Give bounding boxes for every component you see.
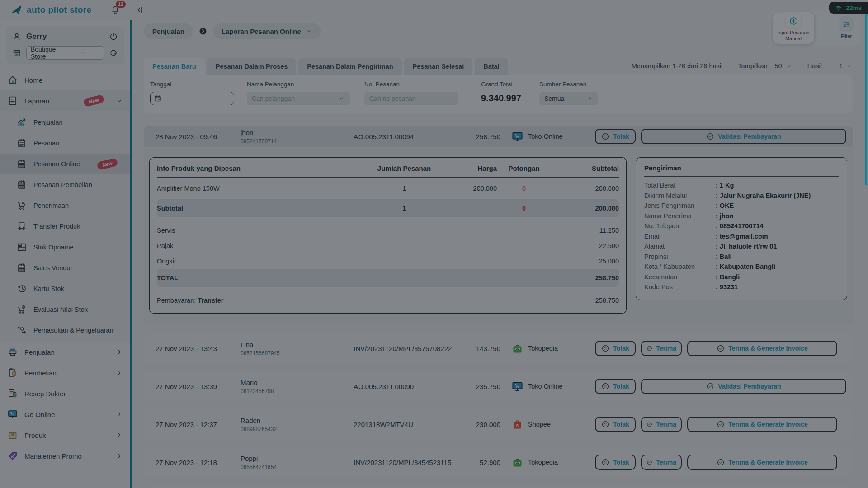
store-selector-value: Boutique Store xyxy=(31,46,64,60)
page-scrollbar-thumb[interactable] xyxy=(865,14,867,185)
sidebar-item-label: Manajemen Promo xyxy=(24,452,82,460)
terima-button[interactable]: Terima xyxy=(641,341,682,356)
plus-circle-icon xyxy=(786,14,801,28)
sidebar-item-pesanan[interactable]: Pesanan xyxy=(0,133,130,154)
shopee-icon: S xyxy=(511,418,524,431)
power-logout-icon[interactable] xyxy=(108,32,118,42)
customer-name: jhon xyxy=(241,129,354,136)
sidebar-item-pembelian[interactable]: Pembelian xyxy=(0,362,130,383)
chevron-right-icon xyxy=(116,452,123,460)
order-row[interactable]: 27 Nov 2023 - 12:18Poppi085564741654INV/… xyxy=(144,447,853,477)
tolak-button[interactable]: Tolak xyxy=(595,455,636,470)
validasi-button[interactable]: Validasi Pembayaran xyxy=(641,379,846,394)
order-detail: Info Produk yang DipesanJumlah PesananHa… xyxy=(144,147,853,325)
sidebar-menu: HomeLaporanNewPenjualanPesananPesanan On… xyxy=(0,70,130,466)
sidebar-item-penjualan[interactable]: Penjualan xyxy=(0,112,130,133)
page-number-dropdown[interactable]: 1 xyxy=(839,62,853,70)
order-row[interactable]: 27 Nov 2023 - 13:43Lina0852156687945INV/… xyxy=(144,333,853,363)
sidebar-item-go-online[interactable]: Go Online xyxy=(0,404,130,425)
notification-count-badge: 12 xyxy=(116,1,126,8)
total-row: TOTAL258.750 xyxy=(157,269,619,287)
sidebar-item-transfer-produk[interactable]: Transfer Produk xyxy=(0,216,130,237)
tanggal-input[interactable] xyxy=(150,92,234,105)
sidebar-item-stok-opname[interactable]: Stok Opname xyxy=(0,237,130,258)
order-source-label: Toko Online xyxy=(528,133,563,140)
shipping-row: Total Berat: 1 Kg xyxy=(644,180,839,191)
sumber-pesanan-select[interactable]: Semua xyxy=(539,92,598,105)
tab-pesanan-dalam-pengiriman[interactable]: Pesanan Dalam Pengiriman xyxy=(298,58,401,75)
breadcrumb-laporan-pesanan-online[interactable]: Laporan Pesanan Online xyxy=(213,23,321,39)
invoice-button[interactable]: Terima & Generate Invoice xyxy=(687,341,837,356)
sidebar-item-manajemen-promo[interactable]: Manajemen Promo xyxy=(0,446,130,466)
sidebar-item-pesanan-pembelian[interactable]: Pesanan Pembelian xyxy=(0,174,130,195)
tokopedia-icon xyxy=(511,456,524,469)
invoice-button[interactable]: Terima & Generate Invoice xyxy=(687,417,837,432)
sidebar-item-pemasukan-dan-pengeluaran[interactable]: Pemasukan & Pengeluaran xyxy=(0,320,130,341)
report-icon xyxy=(7,95,18,106)
nama-pelanggan-select[interactable]: Cari pelanggan xyxy=(247,92,350,105)
tolak-button[interactable]: Tolak xyxy=(595,379,636,394)
order-number: 2201318W2MTV4U xyxy=(354,421,457,428)
check-circle-icon xyxy=(717,458,725,466)
fee-row: Pajak22.500 xyxy=(157,238,619,253)
product-info-panel: Info Produk yang DipesanJumlah PesananHa… xyxy=(149,157,627,314)
sidebar-item-pesanan-online[interactable]: Pesanan OnlineNew xyxy=(0,154,130,174)
sidebar-item-label: Resep Dokter xyxy=(24,390,66,398)
collapse-sidebar-button[interactable] xyxy=(134,5,144,15)
tab-pesanan-baru[interactable]: Pesanan Baru xyxy=(144,58,205,75)
filter-button[interactable]: Filter xyxy=(836,12,857,44)
promo-icon xyxy=(7,450,18,461)
terima-button[interactable]: Terima xyxy=(641,417,682,432)
sidebar-item-kartu-stok[interactable]: Kartu Stok xyxy=(0,278,130,299)
sidebar-item-produk[interactable]: Produk xyxy=(0,425,130,446)
monitor-cart-icon xyxy=(7,409,18,420)
app-logo-text: auto pilot store xyxy=(27,5,92,15)
svg-text:Rp: Rp xyxy=(22,306,25,308)
store-selector[interactable]: Boutique Store xyxy=(26,46,104,60)
shipping-row: Jenis Pengiriman: OKE xyxy=(644,201,839,211)
fee-row: Servis11.250 xyxy=(157,223,619,238)
check-circle-icon xyxy=(646,420,652,428)
sidebar-item-laporan[interactable]: LaporanNew xyxy=(0,90,130,111)
sidebar-item-resep-dokter[interactable]: Resep Dokter xyxy=(0,383,130,404)
breadcrumb-penjualan[interactable]: Penjualan xyxy=(144,23,193,39)
validasi-button[interactable]: Validasi Pembayaran xyxy=(641,129,846,144)
order-row[interactable]: 27 Nov 2023 - 12:17Ronal085563219845F-22… xyxy=(144,485,853,488)
order-card: 27 Nov 2023 - 12:17Ronal085563219845F-22… xyxy=(144,485,853,488)
sidebar-item-penjualan[interactable]: Penjualan xyxy=(0,342,130,362)
invoice-button[interactable]: Terima & Generate Invoice xyxy=(687,455,837,470)
chart-icon xyxy=(16,117,27,128)
top-bar: auto pilot store 12 22ms Input Pesanan M… xyxy=(0,0,868,20)
tab-batal[interactable]: Batal xyxy=(475,58,508,75)
order-source: Toko Online xyxy=(511,131,595,143)
sidebar-item-label: Pesanan Online xyxy=(33,160,80,168)
input-pesanan-manual-label: Input Pesanan Manual xyxy=(775,30,811,42)
tolak-button[interactable]: Tolak xyxy=(595,341,636,356)
input-pesanan-manual-button[interactable]: Input Pesanan Manual xyxy=(773,12,814,44)
payment-row: Pembayaran: Transfer258.750 xyxy=(157,287,619,307)
order-row[interactable]: 27 Nov 2023 - 13:39Mario08123456798AO.00… xyxy=(144,371,853,401)
chevron-down-icon xyxy=(786,63,792,69)
no-pesanan-input[interactable] xyxy=(369,95,453,102)
shipping-title: Pengiriman xyxy=(644,160,839,177)
tab-pesanan-dalam-proses[interactable]: Pesanan Dalam Proses xyxy=(207,58,297,75)
order-customer: Mario08123456798 xyxy=(241,379,354,394)
refresh-icon[interactable] xyxy=(108,48,118,58)
x-circle-icon xyxy=(601,420,609,428)
order-row[interactable]: 27 Nov 2023 - 12:37Raden0889987654322201… xyxy=(144,409,853,439)
sidebar-item-home[interactable]: Home xyxy=(0,70,130,90)
tolak-button[interactable]: Tolak xyxy=(595,129,636,144)
filter-nama-pelanggan: Nama Pelanggan Cari pelanggan xyxy=(247,81,350,105)
chevron-down-icon xyxy=(847,63,853,69)
sidebar-item-penerimaan[interactable]: Penerimaan xyxy=(0,195,130,216)
page-size-dropdown[interactable]: 50 xyxy=(775,62,792,70)
terima-button[interactable]: Terima xyxy=(641,455,682,470)
tolak-button[interactable]: Tolak xyxy=(595,417,636,432)
filter-no-pesanan: No. Pesanan xyxy=(364,81,458,105)
shelf-icon xyxy=(16,242,27,253)
order-row[interactable]: 28 Nov 2023 - 09:46jhon085241700714AO.00… xyxy=(144,126,853,147)
notifications-button[interactable]: 12 xyxy=(110,5,121,15)
tab-pesanan-selesai[interactable]: Pesanan Selesai xyxy=(404,58,473,75)
sidebar-item-sales-vendor[interactable]: Sales Vendor xyxy=(0,258,130,278)
sidebar-item-evaluasi-nilai-stok[interactable]: RpEvaluasi Nilai Stok xyxy=(0,299,130,320)
